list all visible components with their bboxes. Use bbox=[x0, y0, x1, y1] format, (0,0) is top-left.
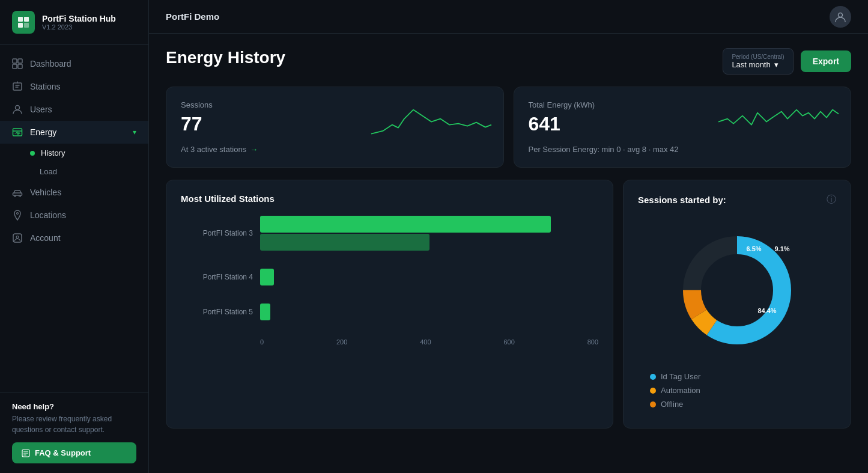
header-controls: Period (US/Central) Last month ▾ Export bbox=[723, 48, 851, 75]
svg-point-14 bbox=[17, 213, 19, 215]
vehicles-icon bbox=[12, 187, 23, 198]
sidebar-item-locations[interactable]: Locations bbox=[0, 204, 148, 227]
period-label: Period (US/Central) bbox=[732, 53, 784, 60]
svg-point-13 bbox=[19, 195, 21, 197]
station3-label: PortFI Station 3 bbox=[181, 229, 253, 237]
sidebar-item-vehicles[interactable]: Vehicles bbox=[0, 181, 148, 204]
faq-icon bbox=[22, 449, 30, 457]
legend-label-idtag: Id Tag User bbox=[661, 372, 700, 381]
energy-submenu: History Load bbox=[0, 144, 148, 181]
sessions-card: Sessions 77 At 3 active stations → bbox=[166, 87, 504, 168]
svg-rect-7 bbox=[18, 64, 22, 69]
svg-point-9 bbox=[16, 106, 20, 110]
donut-chart-card: Sessions started by: ⓘ bbox=[623, 180, 851, 429]
locations-icon bbox=[12, 210, 23, 221]
svg-rect-3 bbox=[24, 23, 29, 28]
bar-row-station3: PortFI Station 3 bbox=[181, 216, 598, 251]
bar-axis: 0 200 400 600 800 bbox=[181, 338, 598, 346]
faq-support-button[interactable]: FAQ & Support bbox=[12, 442, 136, 463]
legend-item-offline: Offline bbox=[650, 400, 824, 409]
main-content: PortFi Demo Energy History Period (US/Ce… bbox=[149, 0, 868, 473]
energy-icon bbox=[12, 127, 23, 138]
stats-row: Sessions 77 At 3 active stations → Total… bbox=[166, 87, 851, 168]
users-icon bbox=[12, 104, 23, 115]
station4-bar1 bbox=[260, 269, 274, 285]
station3-bar2 bbox=[260, 234, 429, 251]
energy-sparkline bbox=[718, 100, 839, 145]
history-label: History bbox=[41, 148, 65, 157]
legend-dot-offline bbox=[650, 401, 656, 407]
logo-area: PortFi Station Hub V1.2 2023 bbox=[0, 0, 148, 45]
energy-chevron-icon: ▾ bbox=[133, 128, 136, 136]
sessions-footer[interactable]: At 3 active stations → bbox=[181, 145, 489, 154]
donut-chart-title: Sessions started by: bbox=[638, 195, 726, 205]
account-icon bbox=[12, 233, 23, 243]
donut-svg: 84.4% 6.5% 9.1% bbox=[665, 218, 809, 362]
legend-dot-automation bbox=[650, 388, 656, 394]
topbar: PortFi Demo bbox=[149, 0, 868, 34]
svg-rect-0 bbox=[18, 17, 23, 22]
avatar-icon bbox=[834, 11, 846, 23]
axis-400: 400 bbox=[420, 338, 431, 346]
energy-footer: Per Session Energy: min 0 · avg 8 · max … bbox=[529, 145, 837, 154]
charts-row: Most Utilized Stations PortFI Station 3 … bbox=[166, 180, 851, 429]
sidebar-item-stations[interactable]: Stations bbox=[0, 75, 148, 98]
bar-chart: PortFI Station 3 PortFI Station 4 bbox=[181, 216, 598, 346]
axis-600: 600 bbox=[503, 338, 514, 346]
stations-icon bbox=[12, 81, 23, 92]
load-label: Load bbox=[40, 167, 57, 176]
legend-dot-idtag bbox=[650, 374, 656, 380]
svg-rect-6 bbox=[13, 64, 17, 69]
svg-rect-1 bbox=[24, 17, 29, 22]
svg-rect-2 bbox=[18, 23, 23, 28]
logo-text: PortFi Station Hub V1.2 2023 bbox=[42, 14, 116, 31]
station5-label: PortFI Station 5 bbox=[181, 308, 253, 316]
bar-row-station4: PortFI Station 4 bbox=[181, 269, 598, 285]
sidebar-label-dashboard: Dashboard bbox=[30, 59, 71, 69]
sidebar-label-locations: Locations bbox=[30, 210, 66, 220]
sidebar: PortFi Station Hub V1.2 2023 Dashboard S… bbox=[0, 0, 149, 473]
topbar-title: PortFi Demo bbox=[166, 11, 219, 22]
station5-bar1 bbox=[260, 304, 270, 320]
help-description: Please review frequently asked questions… bbox=[12, 413, 136, 435]
sidebar-item-load[interactable]: Load bbox=[30, 162, 148, 181]
export-button[interactable]: Export bbox=[801, 50, 851, 72]
chevron-down-icon: ▾ bbox=[774, 60, 778, 69]
page-title: Energy History bbox=[166, 48, 285, 67]
svg-point-18 bbox=[839, 13, 843, 17]
faq-button-label: FAQ & Support bbox=[35, 448, 91, 457]
sidebar-label-vehicles: Vehicles bbox=[30, 188, 61, 197]
help-title: Need help? bbox=[12, 402, 136, 411]
axis-0: 0 bbox=[260, 338, 264, 346]
energy-card: Total Energy (kWh) 641 Per Session Energ… bbox=[514, 87, 852, 168]
sidebar-item-history[interactable]: History bbox=[30, 144, 148, 162]
period-selector[interactable]: Period (US/Central) Last month ▾ bbox=[723, 48, 793, 75]
station4-label: PortFI Station 4 bbox=[181, 273, 253, 281]
axis-200: 200 bbox=[336, 338, 347, 346]
sidebar-item-dashboard[interactable]: Dashboard bbox=[0, 52, 148, 75]
sidebar-item-account[interactable]: Account bbox=[0, 227, 148, 249]
axis-800: 800 bbox=[587, 338, 598, 346]
bar-chart-card: Most Utilized Stations PortFI Station 3 … bbox=[166, 180, 613, 429]
legend-item-idtag: Id Tag User bbox=[650, 372, 824, 381]
help-section: Need help? Please review frequently aske… bbox=[0, 392, 148, 473]
period-value: Last month ▾ bbox=[732, 60, 784, 69]
info-icon[interactable]: ⓘ bbox=[827, 194, 836, 206]
logo-icon bbox=[12, 11, 35, 34]
bar-row-station5: PortFI Station 5 bbox=[181, 304, 598, 320]
svg-rect-5 bbox=[18, 59, 22, 63]
page-header: Energy History Period (US/Central) Last … bbox=[166, 48, 851, 75]
donut-legend: Id Tag User Automation Offline bbox=[638, 372, 836, 409]
svg-point-12 bbox=[14, 195, 16, 197]
station4-track bbox=[260, 269, 598, 285]
station3-bar1 bbox=[260, 216, 551, 233]
sidebar-item-users[interactable]: Users bbox=[0, 98, 148, 121]
sidebar-label-energy: Energy bbox=[30, 127, 56, 137]
page-content: Energy History Period (US/Central) Last … bbox=[149, 34, 868, 473]
app-title: PortFi Station Hub bbox=[42, 14, 116, 23]
sidebar-label-account: Account bbox=[30, 233, 61, 243]
sidebar-item-energy[interactable]: Energy ▾ bbox=[0, 121, 148, 144]
user-avatar[interactable] bbox=[830, 6, 851, 28]
legend-label-offline: Offline bbox=[661, 400, 683, 409]
legend-item-automation: Automation bbox=[650, 386, 824, 395]
